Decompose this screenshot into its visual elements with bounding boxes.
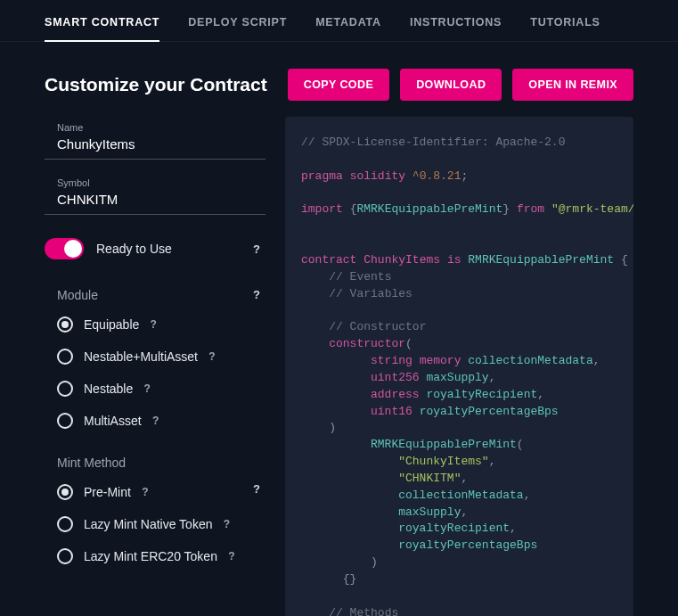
copy-code-button[interactable]: COPY CODE	[288, 69, 389, 101]
radio-icon	[57, 413, 73, 429]
code-string: "@rmrk-team/evm-con	[551, 202, 633, 216]
download-button[interactable]: DOWNLOAD	[400, 69, 502, 101]
help-icon[interactable]: ?	[149, 414, 163, 428]
radio-label: Pre-Mint	[84, 485, 131, 499]
code-keyword: is	[447, 253, 462, 267]
name-label: Name	[57, 122, 253, 133]
code-preview: // SPDX-License-Identifier: Apache-2.0 p…	[285, 117, 633, 616]
code-type: address	[371, 388, 420, 401]
code-arg: collectionMetadata	[398, 489, 523, 502]
radio-label: Nestable	[84, 382, 133, 396]
symbol-field-group: Symbol	[45, 172, 265, 215]
help-icon[interactable]: ?	[205, 349, 219, 364]
code-type: string	[371, 354, 413, 367]
code-comment: // SPDX-License-Identifier: Apache-2.0	[301, 136, 565, 149]
tab-smart-contract[interactable]: SMART CONTRACT	[45, 16, 159, 41]
name-field-group: Name	[45, 117, 265, 160]
radio-icon	[57, 381, 73, 397]
code-contract-name: ChunkyItems	[364, 253, 440, 267]
code-comment: // Events	[329, 270, 391, 283]
page-title: Customize your Contract	[45, 74, 267, 95]
radio-label: Lazy Mint Native Token	[84, 517, 212, 531]
mint-lazy-erc20[interactable]: Lazy Mint ERC20 Token ?	[45, 548, 265, 564]
code-keyword: contract	[301, 253, 356, 267]
code-keyword: from	[517, 202, 544, 216]
tab-bar: SMART CONTRACT DEPLOY SCRIPT METADATA IN…	[0, 0, 678, 42]
header: Customize your Contract COPY CODE DOWNLO…	[0, 42, 678, 117]
code-keyword: import	[301, 202, 343, 216]
tab-instructions[interactable]: INSTRUCTIONS	[410, 16, 502, 41]
module-section-label: Module	[57, 288, 265, 302]
module-multiasset[interactable]: MultiAsset ?	[45, 413, 265, 429]
help-icon[interactable]: ?	[219, 517, 233, 531]
radio-icon	[57, 516, 73, 532]
ready-to-use-label: Ready to Use	[96, 242, 172, 256]
symbol-label: Symbol	[57, 177, 253, 188]
symbol-input[interactable]	[57, 192, 253, 207]
tab-tutorials[interactable]: TUTORIALS	[530, 16, 600, 41]
open-in-remix-button[interactable]: OPEN IN REMIX	[512, 69, 633, 101]
code-call: RMRKEquippablePreMint	[371, 438, 517, 451]
code-type: RMRKEquippablePreMint	[468, 253, 614, 267]
code-param: collectionMetadata	[468, 354, 592, 367]
code-string: "CHNKITM"	[398, 472, 461, 485]
ready-to-use-row: Ready to Use ?	[45, 238, 265, 259]
code-param: maxSupply	[426, 371, 488, 384]
code-arg: royaltyRecipient	[398, 522, 510, 535]
code-arg: maxSupply	[398, 505, 461, 519]
radio-icon	[57, 349, 73, 365]
code-comment: // Methods	[329, 606, 398, 616]
code-type: uint16	[371, 405, 413, 418]
mint-lazy-native[interactable]: Lazy Mint Native Token ?	[45, 516, 265, 532]
code-keyword: constructor	[329, 337, 405, 350]
code-ident: solidity	[350, 169, 405, 183]
tab-metadata[interactable]: METADATA	[315, 16, 381, 41]
radio-label: Nestable+MultiAsset	[84, 349, 198, 364]
ready-to-use-toggle[interactable]	[45, 238, 84, 259]
help-icon[interactable]: ?	[225, 549, 239, 563]
mint-method-group: ? Mint Method Pre-Mint ? Lazy Mint Nativ…	[45, 456, 265, 564]
module-equipable[interactable]: Equipable ?	[45, 316, 265, 333]
help-icon[interactable]: ?	[138, 485, 152, 499]
name-input[interactable]	[57, 136, 253, 152]
radio-label: MultiAsset	[84, 414, 142, 428]
tab-deploy-script[interactable]: DEPLOY SCRIPT	[188, 16, 287, 41]
module-nestable[interactable]: Nestable ?	[45, 381, 265, 397]
code-comment: // Variables	[329, 287, 413, 300]
code-literal: ^0.8.21	[413, 169, 462, 183]
action-buttons: COPY CODE DOWNLOAD OPEN IN REMIX	[288, 69, 633, 101]
code-keyword: pragma	[301, 169, 343, 183]
help-icon[interactable]: ?	[253, 288, 260, 301]
radio-label: Lazy Mint ERC20 Token	[84, 549, 217, 563]
code-param: royaltyPercentageBps	[420, 405, 559, 418]
radio-icon	[57, 484, 73, 500]
code-type: uint256	[371, 371, 420, 384]
code-string: "ChunkyItems"	[398, 455, 488, 468]
code-comment: // Constructor	[329, 320, 426, 333]
help-icon[interactable]: ?	[253, 482, 260, 496]
help-icon[interactable]: ?	[253, 242, 260, 256]
code-keyword: memory	[420, 354, 462, 367]
mint-pre-mint[interactable]: Pre-Mint ?	[45, 484, 265, 500]
radio-label: Equipable	[84, 317, 139, 332]
mint-section-label: Mint Method	[57, 456, 265, 470]
toggle-knob	[64, 240, 82, 258]
module-group: ? Module Equipable ? Nestable+MultiAsset…	[45, 288, 265, 429]
module-nestable-multiasset[interactable]: Nestable+MultiAsset ?	[45, 349, 265, 365]
code-param: royaltyRecipient	[426, 388, 537, 401]
customize-sidebar: Name Symbol Ready to Use ? ? Module Equi…	[45, 117, 265, 616]
radio-icon	[57, 316, 73, 333]
help-icon[interactable]: ?	[146, 317, 160, 332]
code-arg: royaltyPercentageBps	[398, 538, 537, 552]
code-type: RMRKEquippablePreMint	[356, 202, 502, 216]
radio-icon	[57, 548, 73, 564]
help-icon[interactable]: ?	[140, 382, 154, 396]
